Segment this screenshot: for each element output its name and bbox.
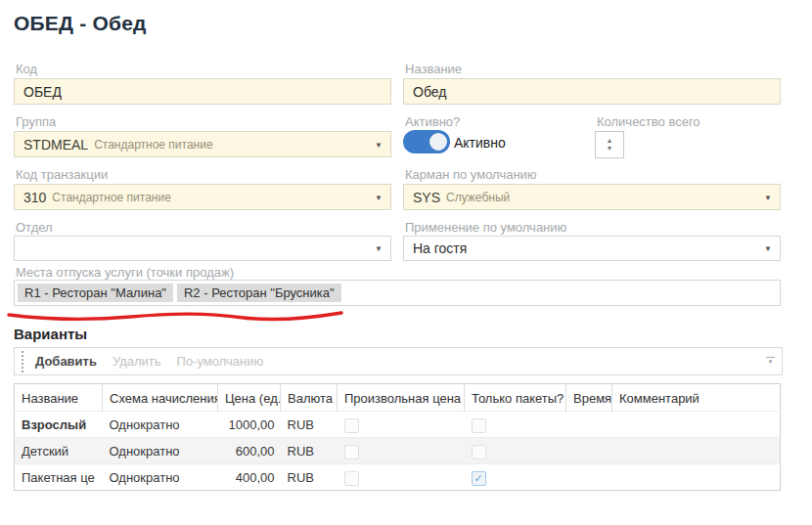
service-edit-page: ОБЕД - Обед Код ОБЕД Название Обед Групп… (0, 0, 812, 525)
transaction-code-label: Код транзакции (16, 167, 108, 182)
chevron-down-icon: ▼ (375, 244, 383, 253)
transaction-code-code: 310 (23, 190, 46, 205)
group-select[interactable]: STDMEAL Стандартное питание ▼ (14, 131, 391, 157)
checkbox-unchecked[interactable] (472, 418, 486, 433)
default-application-value: На гостя (413, 241, 467, 256)
default-pocket-desc: Служебный (446, 191, 510, 204)
code-label: Код (16, 62, 37, 76)
table-cell: Взрослый (15, 412, 103, 438)
page-title: ОБЕД - Обед (14, 12, 147, 35)
column-header[interactable]: Название (15, 384, 103, 412)
table-cell: Однократно (103, 438, 218, 464)
spinner-down-icon[interactable]: ▼ (607, 145, 613, 153)
toggle-knob-icon (428, 131, 449, 153)
table-row[interactable]: ВзрослыйОднократно1000,00RUB (15, 412, 781, 438)
active-state-text: Активно (454, 135, 506, 151)
table-cell: 1000,00 (218, 412, 281, 438)
table-cell (465, 438, 566, 464)
column-header[interactable]: Цена (ед.) (218, 384, 281, 412)
checkbox-unchecked[interactable] (344, 471, 359, 486)
delete-button[interactable]: Удалить (113, 354, 161, 369)
table-cell: RUB (281, 438, 338, 464)
column-header[interactable]: Схема начисления (103, 384, 218, 412)
column-header[interactable]: Произвольная цена (338, 384, 465, 412)
department-select[interactable]: ▼ (14, 236, 391, 261)
total-count-stepper[interactable]: ▲ ▼ (595, 131, 624, 158)
table-cell: Пакетная це (15, 464, 103, 491)
code-input[interactable]: ОБЕД (14, 78, 391, 105)
default-pocket-label: Карман по умолчанию (405, 167, 537, 182)
table-cell: RUB (281, 464, 338, 491)
table-cell (566, 438, 612, 464)
table-cell (612, 464, 781, 491)
pos-tag[interactable]: R2 - Ресторан "Брусника" (177, 284, 341, 302)
chevron-down-icon: ▼ (764, 193, 772, 201)
spinner-up-icon[interactable]: ▲ (607, 137, 613, 145)
table-header-row: НазваниеСхема начисленияЦена (ед.)Валюта… (15, 384, 781, 412)
table-cell (566, 464, 612, 491)
group-code: STDMEAL (23, 137, 88, 153)
table-cell (612, 412, 781, 438)
code-value: ОБЕД (23, 84, 62, 100)
default-application-select[interactable]: На гостя ▼ (403, 236, 781, 261)
default-button[interactable]: По-умолчанию (177, 354, 264, 369)
variants-table: НазваниеСхема начисленияЦена (ед.)Валюта… (14, 383, 781, 491)
table-row[interactable]: ДетскийОднократно600,00RUB (15, 438, 781, 464)
table-row[interactable]: Пакетная цеОднократно400,00RUB✓ (15, 464, 781, 491)
table-cell: ✓ (465, 464, 566, 491)
table-cell: Однократно (103, 464, 218, 491)
table-cell (338, 412, 465, 438)
group-label: Группа (16, 114, 56, 129)
group-desc: Стандартное питание (94, 138, 212, 152)
variants-table-body: ВзрослыйОднократно1000,00RUBДетскийОднок… (15, 412, 781, 491)
transaction-code-select[interactable]: 310 Стандартное питание ▼ (14, 184, 391, 210)
table-cell (566, 412, 612, 438)
pos-tag[interactable]: R1 - Ресторан "Малина" (18, 284, 173, 302)
variants-toolbar: Добавить Удалить По-умолчанию ▾ (14, 347, 783, 375)
total-count-label: Количество всего (597, 114, 700, 129)
column-header[interactable]: Время (566, 384, 612, 412)
column-header[interactable]: Валюта (281, 384, 338, 412)
department-label: Отдел (16, 220, 53, 235)
add-button[interactable]: Добавить (35, 354, 97, 369)
points-of-sale-box[interactable]: R1 - Ресторан "Малина"R2 - Ресторан "Бру… (14, 280, 781, 306)
active-toggle[interactable] (403, 130, 450, 153)
red-underline-annotation (4, 306, 346, 326)
chevron-down-icon: ▼ (764, 244, 772, 253)
table-cell (338, 438, 465, 464)
grip-dots-icon[interactable] (22, 351, 23, 372)
table-cell: Однократно (103, 412, 218, 438)
checkbox-unchecked[interactable] (472, 445, 486, 459)
active-label: Активно? (405, 114, 460, 129)
points-of-sale-label: Места отпуска услуги (точки продаж) (16, 265, 234, 280)
default-application-label: Применение по умолчанию (405, 220, 566, 235)
table-cell (612, 438, 781, 464)
checkbox-unchecked[interactable] (344, 445, 359, 459)
name-input[interactable]: Обед (403, 78, 781, 105)
name-label: Название (405, 62, 462, 76)
table-cell (465, 412, 566, 438)
variants-heading: Варианты (14, 326, 87, 342)
checkbox-checked[interactable]: ✓ (472, 471, 486, 486)
column-header[interactable]: Комментарий (612, 384, 781, 412)
table-cell: RUB (281, 412, 338, 438)
default-pocket-select[interactable]: SYS Служебный ▼ (403, 184, 781, 210)
column-header[interactable]: Только пакеты? (465, 384, 566, 412)
table-cell: Детский (15, 438, 103, 464)
toolbar-overflow-icon[interactable]: ▾ (766, 357, 775, 365)
default-pocket-code: SYS (413, 190, 440, 205)
table-cell (338, 464, 465, 491)
checkbox-unchecked[interactable] (344, 418, 359, 433)
table-cell: 600,00 (218, 438, 281, 464)
chevron-down-icon: ▼ (375, 140, 383, 149)
transaction-code-desc: Стандартное питание (52, 191, 170, 204)
table-cell: 400,00 (218, 464, 281, 491)
name-value: Обед (413, 84, 446, 100)
chevron-down-icon: ▼ (375, 193, 383, 201)
